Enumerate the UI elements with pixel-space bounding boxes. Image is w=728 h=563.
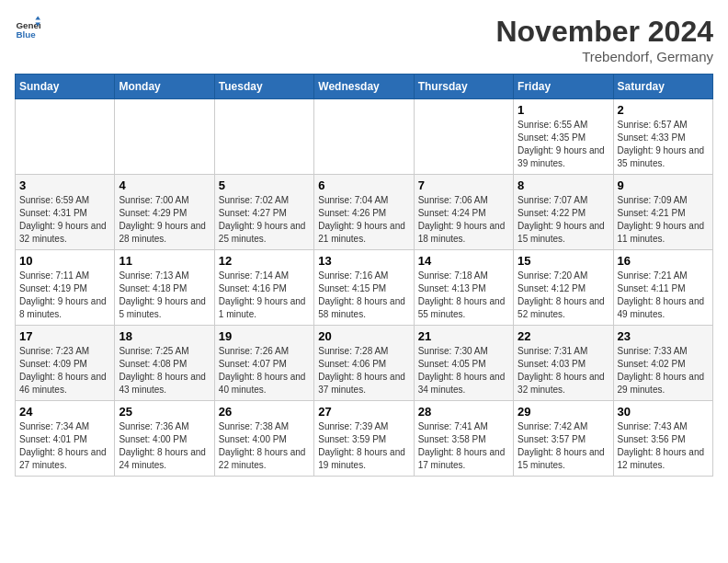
calendar-cell: 24Sunrise: 7:34 AM Sunset: 4:01 PM Dayli… bbox=[16, 401, 115, 477]
day-number: 18 bbox=[119, 329, 210, 343]
calendar-cell: 10Sunrise: 7:11 AM Sunset: 4:19 PM Dayli… bbox=[16, 250, 115, 326]
calendar-cell: 20Sunrise: 7:28 AM Sunset: 4:06 PM Dayli… bbox=[314, 326, 414, 401]
day-info: Sunrise: 7:30 AM Sunset: 4:05 PM Dayligh… bbox=[418, 345, 509, 396]
day-number: 28 bbox=[418, 405, 509, 419]
column-header-sunday: Sunday bbox=[16, 75, 115, 99]
calendar-cell: 5Sunrise: 7:02 AM Sunset: 4:27 PM Daylig… bbox=[214, 175, 313, 250]
day-info: Sunrise: 6:55 AM Sunset: 4:35 PM Dayligh… bbox=[518, 119, 609, 170]
calendar-cell: 28Sunrise: 7:41 AM Sunset: 3:58 PM Dayli… bbox=[414, 401, 513, 477]
day-number: 21 bbox=[418, 329, 509, 343]
day-info: Sunrise: 7:13 AM Sunset: 4:18 PM Dayligh… bbox=[119, 270, 210, 321]
calendar-cell: 27Sunrise: 7:39 AM Sunset: 3:59 PM Dayli… bbox=[314, 401, 414, 477]
day-number: 9 bbox=[618, 178, 709, 192]
day-number: 13 bbox=[318, 254, 409, 268]
calendar-cell: 13Sunrise: 7:16 AM Sunset: 4:15 PM Dayli… bbox=[314, 250, 414, 326]
day-info: Sunrise: 7:33 AM Sunset: 4:02 PM Dayligh… bbox=[618, 345, 709, 396]
day-info: Sunrise: 7:23 AM Sunset: 4:09 PM Dayligh… bbox=[19, 345, 110, 396]
day-info: Sunrise: 7:09 AM Sunset: 4:21 PM Dayligh… bbox=[618, 194, 709, 246]
day-info: Sunrise: 7:25 AM Sunset: 4:08 PM Dayligh… bbox=[119, 345, 210, 396]
day-number: 16 bbox=[618, 254, 709, 268]
calendar-cell: 23Sunrise: 7:33 AM Sunset: 4:02 PM Dayli… bbox=[613, 326, 712, 401]
day-info: Sunrise: 7:36 AM Sunset: 4:00 PM Dayligh… bbox=[119, 420, 210, 472]
day-info: Sunrise: 7:41 AM Sunset: 3:58 PM Dayligh… bbox=[418, 420, 509, 472]
calendar-cell bbox=[16, 99, 115, 175]
day-number: 12 bbox=[219, 254, 310, 268]
day-info: Sunrise: 7:16 AM Sunset: 4:15 PM Dayligh… bbox=[318, 270, 409, 321]
day-number: 7 bbox=[418, 178, 509, 192]
calendar-cell: 9Sunrise: 7:09 AM Sunset: 4:21 PM Daylig… bbox=[613, 175, 712, 250]
day-info: Sunrise: 7:14 AM Sunset: 4:16 PM Dayligh… bbox=[219, 270, 310, 321]
location: Trebendorf, Germany bbox=[495, 49, 713, 64]
day-info: Sunrise: 7:04 AM Sunset: 4:26 PM Dayligh… bbox=[318, 194, 409, 246]
logo-icon: General Blue bbox=[15, 15, 40, 40]
month-title: November 2024 bbox=[495, 15, 713, 49]
day-number: 29 bbox=[518, 405, 609, 419]
calendar-cell: 3Sunrise: 6:59 AM Sunset: 4:31 PM Daylig… bbox=[16, 175, 115, 250]
calendar-cell: 12Sunrise: 7:14 AM Sunset: 4:16 PM Dayli… bbox=[214, 250, 313, 326]
day-info: Sunrise: 7:42 AM Sunset: 3:57 PM Dayligh… bbox=[518, 420, 609, 472]
calendar-cell: 29Sunrise: 7:42 AM Sunset: 3:57 PM Dayli… bbox=[514, 401, 613, 477]
day-number: 6 bbox=[318, 178, 409, 192]
day-info: Sunrise: 7:26 AM Sunset: 4:07 PM Dayligh… bbox=[219, 345, 310, 396]
svg-marker-2 bbox=[35, 16, 40, 19]
day-info: Sunrise: 7:28 AM Sunset: 4:06 PM Dayligh… bbox=[318, 345, 409, 396]
title-block: November 2024 Trebendorf, Germany bbox=[495, 15, 713, 64]
day-number: 27 bbox=[318, 405, 409, 419]
day-info: Sunrise: 7:06 AM Sunset: 4:24 PM Dayligh… bbox=[418, 194, 509, 246]
column-header-friday: Friday bbox=[514, 75, 613, 99]
day-number: 25 bbox=[119, 405, 210, 419]
day-info: Sunrise: 7:43 AM Sunset: 3:56 PM Dayligh… bbox=[618, 420, 709, 472]
day-info: Sunrise: 6:59 AM Sunset: 4:31 PM Dayligh… bbox=[19, 194, 110, 246]
day-info: Sunrise: 7:39 AM Sunset: 3:59 PM Dayligh… bbox=[318, 420, 409, 472]
day-number: 14 bbox=[418, 254, 509, 268]
calendar-cell: 18Sunrise: 7:25 AM Sunset: 4:08 PM Dayli… bbox=[115, 326, 214, 401]
calendar-cell: 21Sunrise: 7:30 AM Sunset: 4:05 PM Dayli… bbox=[414, 326, 513, 401]
day-number: 11 bbox=[119, 254, 210, 268]
column-header-monday: Monday bbox=[115, 75, 214, 99]
day-number: 19 bbox=[219, 329, 310, 343]
calendar-cell bbox=[314, 99, 414, 175]
calendar-week-row: 24Sunrise: 7:34 AM Sunset: 4:01 PM Dayli… bbox=[16, 401, 713, 477]
day-number: 20 bbox=[318, 329, 409, 343]
svg-text:Blue: Blue bbox=[16, 29, 36, 40]
calendar-cell: 4Sunrise: 7:00 AM Sunset: 4:29 PM Daylig… bbox=[115, 175, 214, 250]
day-info: Sunrise: 7:02 AM Sunset: 4:27 PM Dayligh… bbox=[219, 194, 310, 246]
calendar-cell: 26Sunrise: 7:38 AM Sunset: 4:00 PM Dayli… bbox=[214, 401, 313, 477]
calendar-cell: 1Sunrise: 6:55 AM Sunset: 4:35 PM Daylig… bbox=[514, 99, 613, 175]
day-info: Sunrise: 7:07 AM Sunset: 4:22 PM Dayligh… bbox=[518, 194, 609, 246]
calendar-cell: 17Sunrise: 7:23 AM Sunset: 4:09 PM Dayli… bbox=[16, 326, 115, 401]
column-header-tuesday: Tuesday bbox=[214, 75, 313, 99]
day-number: 4 bbox=[119, 178, 210, 192]
page-header: General Blue November 2024 Trebendorf, G… bbox=[15, 15, 713, 64]
day-info: Sunrise: 7:34 AM Sunset: 4:01 PM Dayligh… bbox=[19, 420, 110, 472]
day-info: Sunrise: 7:38 AM Sunset: 4:00 PM Dayligh… bbox=[219, 420, 310, 472]
calendar-cell: 19Sunrise: 7:26 AM Sunset: 4:07 PM Dayli… bbox=[214, 326, 313, 401]
day-number: 22 bbox=[518, 329, 609, 343]
calendar-week-row: 1Sunrise: 6:55 AM Sunset: 4:35 PM Daylig… bbox=[16, 99, 713, 175]
day-number: 30 bbox=[618, 405, 709, 419]
column-header-wednesday: Wednesday bbox=[314, 75, 414, 99]
calendar-week-row: 10Sunrise: 7:11 AM Sunset: 4:19 PM Dayli… bbox=[16, 250, 713, 326]
day-number: 24 bbox=[19, 405, 110, 419]
day-info: Sunrise: 7:20 AM Sunset: 4:12 PM Dayligh… bbox=[518, 270, 609, 321]
day-number: 3 bbox=[19, 178, 110, 192]
column-header-thursday: Thursday bbox=[414, 75, 513, 99]
calendar-cell: 2Sunrise: 6:57 AM Sunset: 4:33 PM Daylig… bbox=[613, 99, 712, 175]
calendar-cell: 11Sunrise: 7:13 AM Sunset: 4:18 PM Dayli… bbox=[115, 250, 214, 326]
day-info: Sunrise: 7:31 AM Sunset: 4:03 PM Dayligh… bbox=[518, 345, 609, 396]
day-number: 2 bbox=[618, 103, 709, 117]
day-info: Sunrise: 6:57 AM Sunset: 4:33 PM Dayligh… bbox=[618, 119, 709, 170]
calendar-cell: 25Sunrise: 7:36 AM Sunset: 4:00 PM Dayli… bbox=[115, 401, 214, 477]
day-number: 26 bbox=[219, 405, 310, 419]
logo: General Blue bbox=[15, 15, 40, 40]
day-number: 15 bbox=[518, 254, 609, 268]
calendar-cell bbox=[115, 99, 214, 175]
day-info: Sunrise: 7:21 AM Sunset: 4:11 PM Dayligh… bbox=[618, 270, 709, 321]
calendar-table: SundayMondayTuesdayWednesdayThursdayFrid… bbox=[15, 74, 713, 477]
day-number: 5 bbox=[219, 178, 310, 192]
day-info: Sunrise: 7:18 AM Sunset: 4:13 PM Dayligh… bbox=[418, 270, 509, 321]
calendar-cell bbox=[214, 99, 313, 175]
calendar-cell: 14Sunrise: 7:18 AM Sunset: 4:13 PM Dayli… bbox=[414, 250, 513, 326]
calendar-cell: 15Sunrise: 7:20 AM Sunset: 4:12 PM Dayli… bbox=[514, 250, 613, 326]
day-info: Sunrise: 7:11 AM Sunset: 4:19 PM Dayligh… bbox=[19, 270, 110, 321]
